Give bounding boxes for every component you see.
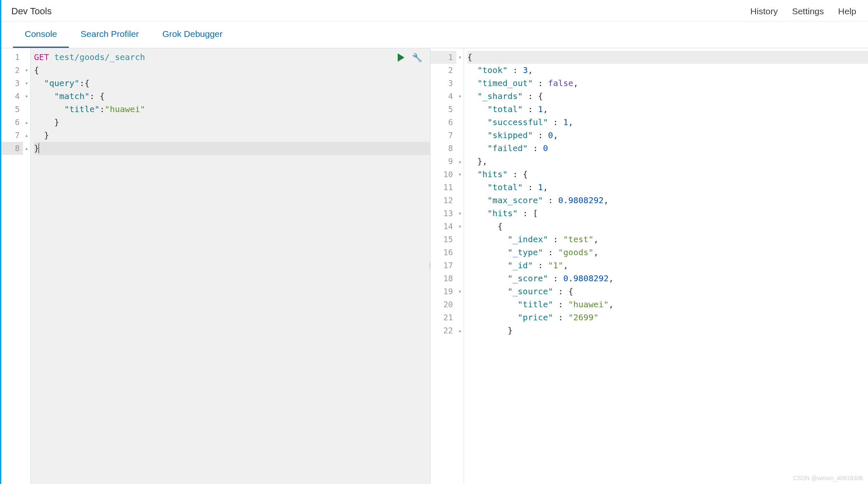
history-link[interactable]: History <box>751 6 778 16</box>
request-fold-gutter[interactable] <box>23 48 31 484</box>
response-line-gutter: 12345678910111213141516171819202122 <box>430 48 456 484</box>
tabs: Console Search Profiler Grok Debugger <box>1 21 868 48</box>
watermark: CSDN @weixin_40618306 <box>793 475 863 481</box>
response-viewer: 12345678910111213141516171819202122 { "t… <box>430 48 868 484</box>
tab-console[interactable]: Console <box>13 21 69 48</box>
settings-link[interactable]: Settings <box>792 6 824 16</box>
response-code[interactable]: { "took" : 3, "timed_out" : false, "_sha… <box>464 48 868 484</box>
request-code[interactable]: GET test/goods/_search{ "query":{ "match… <box>31 48 430 484</box>
request-actions: 🔧 <box>398 52 422 63</box>
help-link[interactable]: Help <box>838 6 856 16</box>
play-icon[interactable] <box>398 53 404 62</box>
main: 12345678 GET test/goods/_search{ "query"… <box>1 48 868 484</box>
page-title: Dev Tools <box>11 6 52 17</box>
wrench-icon[interactable]: 🔧 <box>412 52 422 63</box>
tab-grok-debugger[interactable]: Grok Debugger <box>151 21 235 48</box>
request-editor[interactable]: 12345678 GET test/goods/_search{ "query"… <box>1 48 430 484</box>
request-line-gutter: 12345678 <box>1 48 23 484</box>
top-links: History Settings Help <box>751 6 856 16</box>
response-fold-gutter[interactable] <box>456 48 464 484</box>
tab-search-profiler[interactable]: Search Profiler <box>69 21 151 48</box>
top-bar: Dev Tools History Settings Help <box>1 0 868 21</box>
